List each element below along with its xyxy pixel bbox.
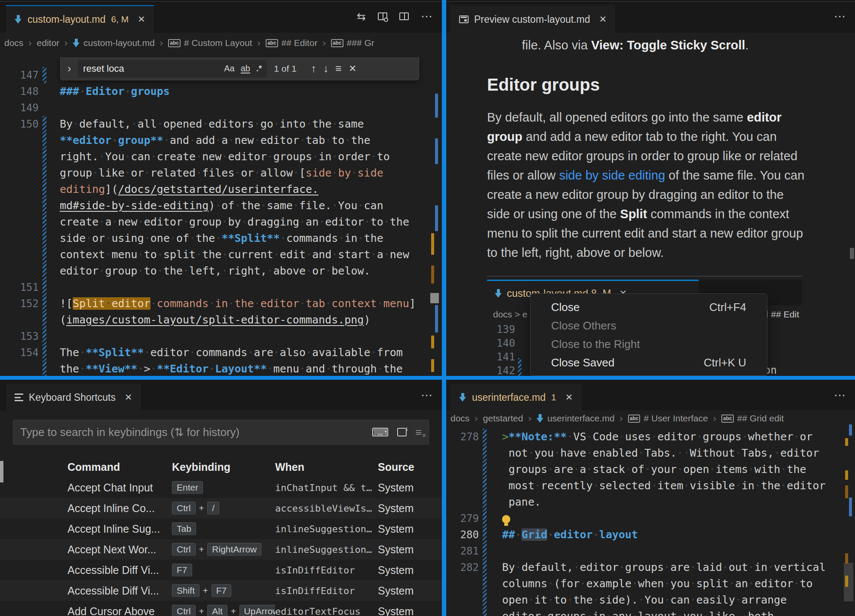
column-command[interactable]: Command bbox=[67, 461, 172, 473]
find-in-selection-icon[interactable]: ≡ bbox=[335, 62, 342, 75]
code-row: (images/custom-layout/split-editor-comma… bbox=[0, 312, 442, 328]
column-keybinding[interactable]: Keybinding bbox=[172, 461, 275, 473]
horizontal-sash[interactable] bbox=[0, 376, 855, 380]
code-editor-userinterface[interactable]: 278>**Note:**·VS·Code·uses·editor·groups… bbox=[446, 427, 855, 616]
regex-icon[interactable]: .* bbox=[256, 64, 262, 73]
markdown-file-icon bbox=[15, 15, 22, 24]
tab-userinterface[interactable]: userinterface.md 1 ✕ bbox=[450, 384, 582, 410]
breadcrumb-item[interactable]: abc# User Interface bbox=[628, 413, 708, 424]
editor-actions: ⋯ bbox=[834, 9, 846, 23]
keybinding-row[interactable]: Accessible Diff Vi...F7isInDiffEditorSys… bbox=[0, 560, 442, 580]
split-editor-dropdown-icon[interactable] bbox=[378, 12, 387, 20]
open-changes-icon[interactable]: ⇆ bbox=[357, 10, 366, 23]
menu-item-close[interactable]: CloseCtrl+F4 bbox=[530, 298, 767, 317]
keybinding-row[interactable]: Accept Chat InputEnterinChatInput && t…S… bbox=[0, 477, 442, 498]
preview-scrollbar-thumb[interactable] bbox=[850, 248, 854, 259]
record-keys-keyboard-icon[interactable]: ⌨ bbox=[371, 425, 389, 439]
breadcrumb-item[interactable]: getstarted bbox=[483, 413, 523, 424]
tab-preview[interactable]: Preview custom-layout.md ✕ bbox=[450, 5, 615, 33]
keybinding-row[interactable]: Accept Next Wor...Ctrl+RightArrowinlineS… bbox=[0, 539, 442, 560]
line-number bbox=[446, 576, 479, 592]
keybinding-cell: Enter bbox=[172, 481, 275, 494]
breadcrumb-separator: › bbox=[474, 413, 478, 424]
more-actions-icon[interactable]: ⋯ bbox=[834, 9, 846, 23]
breadcrumb-item[interactable]: abc## Grid edit bbox=[721, 413, 784, 424]
code-row: editing](/docs/getstarted/userinterface. bbox=[0, 181, 442, 198]
column-when[interactable]: When bbox=[275, 461, 378, 473]
modified-gutter-decoration bbox=[43, 296, 46, 312]
breadcrumb-item[interactable]: custom-layout.md bbox=[73, 38, 155, 48]
breadcrumb-item[interactable]: abc# Custom Layout bbox=[168, 38, 252, 48]
symbol-string-icon: abc bbox=[266, 39, 278, 47]
line-number bbox=[0, 263, 39, 279]
line-number bbox=[0, 230, 39, 247]
modified-gutter-decoration bbox=[483, 608, 487, 616]
window-top-border bbox=[0, 1, 855, 2]
find-close-icon[interactable]: ✕ bbox=[349, 63, 356, 74]
keybindings-search-input[interactable]: Type to search in keybindings (⇅ for his… bbox=[13, 420, 429, 445]
vertical-sash[interactable] bbox=[442, 0, 446, 616]
modified-gutter-decoration bbox=[43, 67, 46, 83]
close-icon[interactable]: ✕ bbox=[599, 14, 607, 24]
find-input[interactable]: reset loca Aa ab .* bbox=[78, 60, 267, 77]
more-actions-icon[interactable]: ⋯ bbox=[421, 388, 433, 402]
breadcrumb-item[interactable]: abc### Gr bbox=[331, 38, 374, 48]
breadcrumb-item[interactable]: docs bbox=[450, 413, 469, 424]
find-next-icon[interactable]: ↓ bbox=[323, 62, 329, 75]
whole-word-icon[interactable]: ab bbox=[241, 64, 250, 73]
line-number bbox=[446, 478, 479, 494]
keybinding-cell: Ctrl+/ bbox=[172, 502, 275, 515]
close-icon[interactable]: ✕ bbox=[125, 392, 132, 403]
column-source[interactable]: Source bbox=[378, 461, 442, 473]
tab-custom-layout[interactable]: custom-layout.md 6, M ✕ bbox=[6, 5, 154, 33]
line-number bbox=[0, 165, 39, 181]
code-row: editor·group·to·the·left,·right,·above·o… bbox=[0, 263, 442, 279]
markdown-file-icon bbox=[459, 393, 466, 402]
menu-item-close-saved[interactable]: Close SavedCtrl+K U bbox=[530, 354, 767, 372]
key-chip: Ctrl bbox=[172, 605, 196, 616]
keybinding-row[interactable]: Add Cursor AboveCtrl+Alt+UpArroweditorTe… bbox=[0, 601, 442, 616]
code-row: 279 bbox=[446, 510, 855, 527]
find-previous-icon[interactable]: ↑ bbox=[311, 62, 316, 75]
code-row: 154The·**Split**·editor·commands·are·als… bbox=[0, 345, 442, 361]
modified-gutter-decoration bbox=[483, 543, 487, 559]
close-icon[interactable]: ✕ bbox=[138, 14, 145, 24]
tab-label: Keyboard Shortcuts bbox=[29, 392, 116, 403]
keybinding-row[interactable]: Accept Inline Sug...TabinlineSuggestion…… bbox=[0, 518, 442, 539]
clear-search-icon[interactable]: ≡ bbox=[415, 426, 422, 439]
modified-gutter-decoration bbox=[43, 361, 46, 376]
modified-gutter-decoration bbox=[483, 478, 487, 494]
match-case-icon[interactable]: Aa bbox=[224, 64, 234, 73]
line-number bbox=[0, 361, 39, 376]
when-cell: isInDiffEditor bbox=[275, 586, 378, 596]
tabbar-top-right: Preview custom-layout.md ✕ ⋯ bbox=[446, 0, 855, 33]
line-number bbox=[446, 592, 479, 608]
sort-by-precedence-icon[interactable] bbox=[397, 428, 407, 436]
split-editor-icon[interactable] bbox=[399, 12, 409, 20]
tab-keyboard-shortcuts[interactable]: Keyboard Shortcuts ✕ bbox=[6, 384, 141, 410]
keybinding-cell: F7 bbox=[172, 564, 275, 576]
keybinding-row[interactable]: Accept Inline Co...Ctrl+/accessibleViewI… bbox=[0, 498, 442, 518]
close-icon[interactable]: ✕ bbox=[565, 392, 573, 403]
overview-ruler bbox=[843, 380, 855, 616]
breadcrumb-item[interactable]: abc## Editor bbox=[266, 38, 318, 48]
key-chip: Ctrl bbox=[172, 502, 196, 515]
keybinding-row[interactable]: Accessible Diff Vi...Shift+F7isInDiffEdi… bbox=[0, 580, 442, 601]
code-row: md#side-by-side-editing)·of·the·same·fil… bbox=[0, 198, 442, 214]
key-chip: F7 bbox=[211, 584, 232, 597]
modified-gutter-decoration bbox=[43, 345, 46, 361]
lightbulb-icon[interactable] bbox=[502, 515, 510, 523]
code-editor-custom-layout[interactable]: 147148###·Editor·groups149150By·default,… bbox=[0, 53, 442, 376]
symbol-string-icon: abc bbox=[331, 39, 343, 47]
breadcrumb-item[interactable]: editor bbox=[37, 38, 60, 48]
breadcrumb-item[interactable]: docs bbox=[4, 38, 23, 48]
breadcrumb-separator: › bbox=[64, 37, 68, 49]
code-row: 151 bbox=[0, 279, 442, 296]
find-collapse-icon[interactable]: › bbox=[67, 62, 71, 75]
breadcrumb-item[interactable]: userinterface.md bbox=[536, 413, 614, 424]
code-row: 280##·Grid·editor·layout bbox=[446, 527, 855, 543]
screenshot-breadcrumb-left: docs > e bbox=[493, 305, 527, 324]
modified-gutter-decoration bbox=[43, 132, 46, 149]
breadcrumb-separator: › bbox=[713, 413, 717, 424]
tabbar-bottom-right: userinterface.md 1 ✕ ⋯ bbox=[446, 380, 855, 410]
